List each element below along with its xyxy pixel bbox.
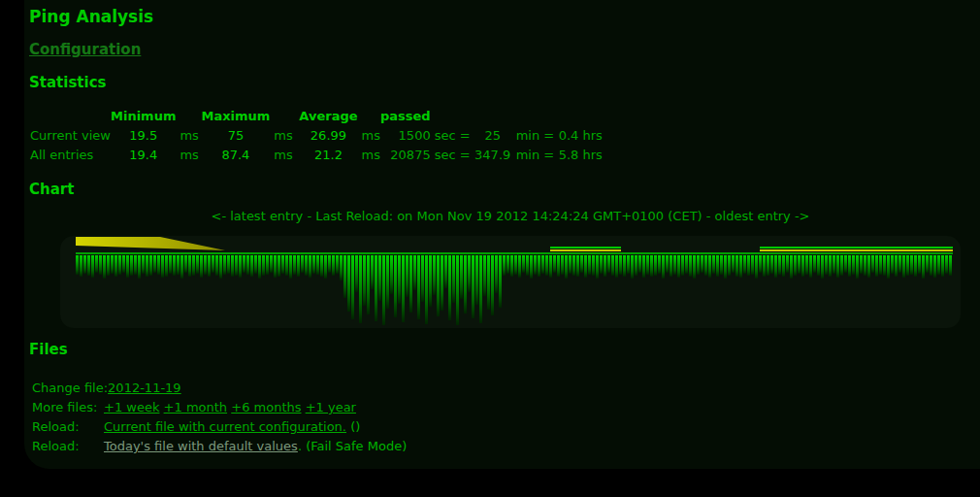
- latency-bar: [840, 255, 843, 276]
- latency-bar: [91, 255, 94, 278]
- more-files-link-2[interactable]: +1 month: [164, 400, 228, 414]
- latency-bar: [926, 255, 929, 273]
- latency-bar: [76, 255, 79, 275]
- reload-current-link-0[interactable]: Current file with current configuration.: [104, 419, 346, 434]
- latency-bar: [588, 255, 591, 275]
- latency-bar: [809, 255, 812, 278]
- latency-bar: [704, 255, 707, 276]
- latency-bar: [545, 255, 548, 276]
- latency-bar: [425, 255, 428, 324]
- latency-bar: [918, 255, 921, 274]
- latency-bar: [650, 255, 653, 277]
- stats-header-cell: [29, 107, 111, 126]
- latency-bar: [444, 255, 447, 288]
- latency-bar: [173, 255, 176, 276]
- configuration-link[interactable]: Configuration: [29, 41, 141, 58]
- latency-bar: [351, 255, 354, 319]
- latency-bar: [654, 255, 657, 276]
- latency-bar: [169, 255, 172, 274]
- files-rows: Change file:2012-11-19More files:+1 week…: [32, 379, 407, 456]
- stats-cell: 75: [201, 126, 270, 146]
- latency-bar: [437, 255, 440, 316]
- latency-bar: [867, 255, 870, 278]
- latency-bar: [324, 255, 327, 279]
- chart-caption: <- latest entry - Last Reload: on Mon No…: [60, 209, 961, 223]
- latency-bar: [499, 255, 502, 308]
- latency-bar: [456, 255, 459, 325]
- more-files-link-6[interactable]: +1 year: [306, 400, 356, 414]
- ping-chart-svg: [60, 236, 961, 328]
- latency-bar: [479, 255, 482, 323]
- latency-bar: [592, 255, 595, 276]
- latency-bar: [441, 255, 443, 311]
- latency-bar: [239, 255, 242, 278]
- latency-bar: [138, 255, 141, 279]
- latency-bar: [895, 255, 898, 277]
- more-files-link-4[interactable]: +6 months: [231, 400, 301, 414]
- stats-cell: 20875: [380, 146, 431, 165]
- latency-bar: [402, 255, 405, 322]
- latency-bar: [646, 255, 649, 275]
- main-panel: Ping Analysis Configuration Statistics M…: [24, 0, 980, 469]
- latency-bar: [495, 255, 498, 293]
- latency-bar: [149, 255, 152, 276]
- latency-bar: [673, 255, 676, 275]
- latency-bar: [604, 255, 606, 277]
- latency-bar: [406, 255, 408, 297]
- latency-bar: [712, 255, 715, 274]
- latency-bar: [297, 255, 300, 277]
- latency-bar: [254, 255, 257, 274]
- latency-bar: [130, 255, 133, 276]
- latency-bar: [483, 255, 486, 296]
- latency-bar: [836, 255, 839, 278]
- latency-bar: [417, 255, 420, 319]
- stats-cell: 1500: [380, 126, 431, 146]
- latency-bar: [336, 255, 339, 274]
- chart-heading: Chart: [29, 181, 74, 198]
- latency-bar: [235, 255, 238, 276]
- stats-cell: sec =: [431, 146, 474, 165]
- stats-row: Current view19.5ms75ms26.99ms1500sec =25…: [29, 126, 633, 146]
- latency-bar: [227, 255, 230, 274]
- latency-bar: [600, 255, 603, 274]
- latency-bar: [852, 255, 855, 275]
- latency-bar: [278, 255, 280, 277]
- latency-bar: [208, 255, 211, 277]
- latency-bar: [576, 255, 579, 277]
- latency-bar: [293, 255, 296, 275]
- latency-bar: [615, 255, 618, 278]
- latency-bar: [285, 255, 288, 276]
- latency-bar: [580, 255, 583, 273]
- latency-bar: [281, 255, 284, 274]
- ping-chart: [60, 236, 961, 328]
- latency-bar: [833, 255, 835, 274]
- files-heading: Files: [29, 341, 68, 358]
- latency-bar: [728, 255, 731, 276]
- latency-bar: [309, 255, 311, 278]
- latency-bar: [565, 255, 568, 279]
- latency-bar: [212, 255, 214, 273]
- latency-bar: [118, 255, 121, 275]
- latency-bar: [231, 255, 234, 277]
- latency-bar: [844, 255, 847, 273]
- latency-bar: [103, 255, 106, 279]
- latency-bar: [421, 255, 424, 302]
- latency-bar: [642, 255, 645, 278]
- latency-bar: [126, 255, 129, 278]
- latency-bar: [258, 255, 261, 279]
- latency-bar: [107, 255, 110, 276]
- latency-bar: [475, 255, 478, 305]
- more-files-link-0[interactable]: +1 week: [104, 400, 159, 414]
- latency-bar: [390, 255, 393, 294]
- stats-header-cell: [512, 107, 555, 126]
- latency-bar: [184, 255, 187, 273]
- threshold-segment-yellow: [760, 249, 953, 251]
- latency-bar: [805, 255, 808, 275]
- latency-bar: [200, 255, 203, 278]
- latency-bar: [367, 255, 370, 315]
- change-file-link-0[interactable]: 2012-11-19: [108, 381, 181, 395]
- latency-bar: [142, 255, 145, 274]
- reload-default-link-0[interactable]: Today's file with default values: [104, 439, 298, 453]
- latency-bar: [817, 255, 820, 276]
- latency-bar: [786, 255, 789, 273]
